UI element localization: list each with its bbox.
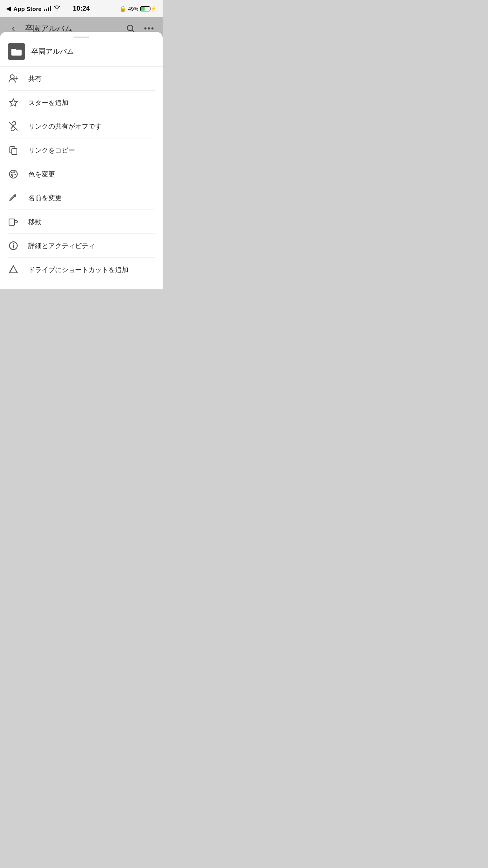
menu-item-star[interactable]: スターを追加 [0, 91, 163, 114]
sheet-header: 卒園アルバム [0, 41, 163, 67]
move-label: 移動 [28, 217, 42, 226]
star-icon [8, 97, 19, 108]
svg-marker-13 [9, 99, 18, 106]
copy-link-label: リンクをコピー [28, 146, 75, 155]
battery-icon [140, 6, 150, 11]
status-bar: ◀ App Store 10:24 🔒 49% ⚡ [0, 0, 163, 17]
rename-label: 名前を変更 [28, 193, 62, 202]
status-right: 🔒 49% ⚡ [119, 6, 156, 12]
menu-item-rename[interactable]: 名前を変更 [0, 186, 163, 210]
battery-percent: 49% [128, 6, 138, 12]
menu-item-shortcut[interactable]: ドライブにショートカットを追加 [0, 258, 163, 281]
svg-point-10 [10, 75, 14, 79]
share-label: 共有 [28, 74, 42, 83]
copy-icon [8, 145, 19, 156]
folder-icon [8, 43, 25, 60]
bottom-sheet: 卒園アルバム 共有 スターを追加 [0, 32, 163, 289]
status-carrier: ◀ App Store [6, 5, 61, 12]
status-time: 10:24 [73, 5, 90, 13]
menu-item-details[interactable]: 詳細とアクティビティ [0, 234, 163, 257]
svg-rect-16 [12, 149, 17, 154]
menu-item-link-off[interactable]: リンクの共有がオフです [0, 114, 163, 138]
menu-list: 共有 スターを追加 リンクの共有がオフです [0, 67, 163, 281]
svg-point-18 [11, 172, 13, 173]
signal-bars [44, 6, 51, 11]
menu-item-copy-link[interactable]: リンクをコピー [0, 138, 163, 162]
details-label: 詳細とアクティビティ [28, 241, 95, 250]
sheet-folder-title: 卒園アルバム [31, 47, 74, 56]
menu-item-share[interactable]: 共有 [0, 67, 163, 90]
palette-icon [8, 169, 19, 180]
menu-item-color[interactable]: 色を変更 [0, 162, 163, 186]
svg-rect-23 [9, 219, 15, 225]
shortcut-label: ドライブにショートカットを追加 [28, 265, 128, 274]
link-off-icon [8, 121, 19, 132]
color-label: 色を変更 [28, 170, 55, 179]
screen-rotation-icon: 🔒 [119, 6, 126, 12]
drive-icon [8, 264, 19, 275]
edit-icon [8, 192, 19, 203]
link-off-label: リンクの共有がオフです [28, 122, 102, 131]
drag-handle[interactable] [0, 32, 163, 41]
star-label: スターを追加 [28, 98, 68, 107]
svg-point-26 [13, 243, 14, 245]
charging-icon: ⚡ [150, 6, 156, 11]
wifi-icon [53, 6, 61, 12]
svg-point-19 [13, 171, 15, 173]
info-icon [8, 240, 19, 251]
person-add-icon [8, 73, 19, 84]
back-arrow-icon: ◀ [6, 5, 11, 12]
menu-item-move[interactable]: 移動 [0, 210, 163, 234]
move-icon [8, 216, 19, 227]
svg-point-20 [15, 174, 16, 175]
